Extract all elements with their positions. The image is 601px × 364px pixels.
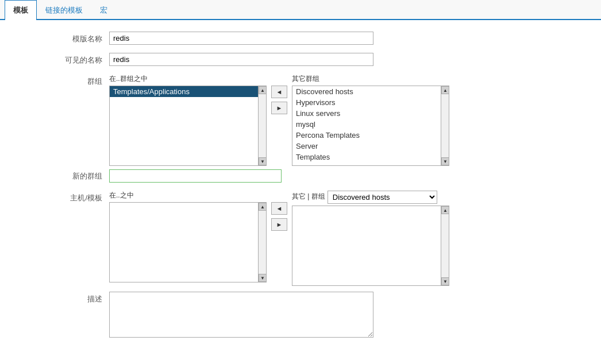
in-group-label: 在..群组之中 bbox=[109, 74, 267, 84]
host-in-list[interactable] bbox=[109, 202, 259, 282]
scroll-up-btn[interactable]: ▲ bbox=[441, 86, 449, 94]
in-groups-scrollbar[interactable]: ▲ ▼ bbox=[259, 86, 267, 166]
transfer-left-btn[interactable]: ◄ bbox=[271, 86, 287, 98]
scroll-down-btn[interactable]: ▼ bbox=[441, 277, 449, 285]
host-group-dropdown[interactable]: Discovered hosts Hypervisors Linux serve… bbox=[328, 191, 437, 204]
scroll-up-btn[interactable]: ▲ bbox=[441, 206, 449, 214]
list-item[interactable]: Templates bbox=[292, 152, 441, 162]
list-item[interactable]: Percona Templates bbox=[292, 130, 441, 141]
description-label: 描述 bbox=[6, 292, 109, 304]
scroll-track bbox=[441, 214, 449, 277]
host-template-label: 主机/模板 bbox=[6, 191, 109, 203]
scroll-track bbox=[259, 94, 266, 157]
groups-label: 群组 bbox=[6, 74, 109, 87]
scroll-track bbox=[441, 94, 449, 157]
in-groups-list[interactable]: Templates/Applications bbox=[109, 86, 259, 166]
scroll-down-btn[interactable]: ▼ bbox=[259, 157, 267, 165]
tabs-bar: 模板 链接的模板 宏 bbox=[0, 0, 601, 20]
tab-template[interactable]: 模板 bbox=[5, 0, 37, 20]
visible-name-input[interactable] bbox=[109, 53, 373, 66]
host-in-scrollbar[interactable]: ▲ ▼ bbox=[259, 202, 267, 282]
host-in-label: 在..之中 bbox=[109, 191, 267, 200]
scroll-down-btn[interactable]: ▼ bbox=[259, 274, 267, 282]
transfer-right-btn[interactable]: ► bbox=[271, 102, 287, 114]
scroll-track bbox=[259, 211, 266, 274]
host-other-list[interactable] bbox=[292, 206, 441, 286]
scroll-up-btn[interactable]: ▲ bbox=[259, 86, 267, 94]
list-item[interactable]: Templates/Applications bbox=[110, 86, 258, 97]
new-group-input[interactable] bbox=[109, 169, 282, 183]
list-item[interactable]: Hypervisors bbox=[292, 97, 441, 108]
list-item[interactable]: Linux servers bbox=[292, 108, 441, 119]
host-transfer-right-btn[interactable]: ► bbox=[271, 218, 287, 231]
host-transfer-left-btn[interactable]: ◄ bbox=[271, 202, 287, 215]
template-name-input[interactable] bbox=[109, 32, 373, 45]
scroll-down-btn[interactable]: ▼ bbox=[441, 157, 449, 165]
other-group-label: 其它群组 bbox=[292, 74, 449, 84]
host-other-scrollbar[interactable]: ▲ ▼ bbox=[441, 206, 449, 286]
list-item[interactable]: Discovered hosts bbox=[292, 86, 441, 97]
host-other-label: 其它 | 群组 bbox=[292, 192, 325, 202]
description-textarea[interactable] bbox=[109, 292, 373, 338]
new-group-label: 新的群组 bbox=[6, 171, 109, 181]
visible-name-label: 可见的名称 bbox=[6, 53, 109, 65]
list-item[interactable]: Server bbox=[292, 141, 441, 152]
other-groups-list[interactable]: Discovered hosts Hypervisors Linux serve… bbox=[292, 86, 441, 166]
scroll-up-btn[interactable]: ▲ bbox=[259, 203, 267, 211]
tab-linked[interactable]: 链接的模板 bbox=[37, 0, 91, 20]
tab-macro[interactable]: 宏 bbox=[91, 0, 116, 20]
other-groups-scrollbar[interactable]: ▲ ▼ bbox=[441, 86, 449, 166]
list-item[interactable]: mysql bbox=[292, 119, 441, 130]
template-name-label: 模版名称 bbox=[6, 32, 109, 44]
list-item[interactable]: Templates/Databases bbox=[292, 162, 441, 166]
